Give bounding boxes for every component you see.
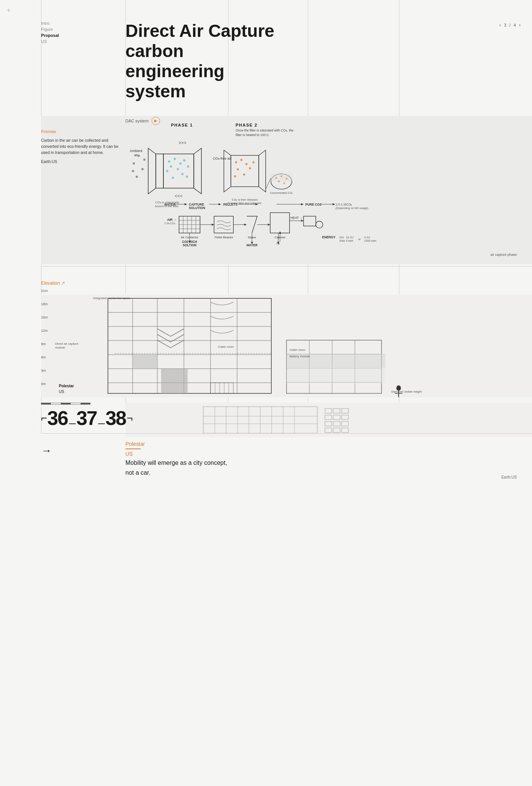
svg-marker-74 (212, 223, 214, 226)
svg-text:Cabin room: Cabin room (290, 348, 306, 352)
air-capture-label: air capture phase (490, 253, 517, 257)
svg-rect-172 (81, 403, 90, 404)
svg-text:NG: NG (340, 236, 344, 239)
page-current: 3 (504, 23, 506, 27)
svg-rect-157 (325, 409, 332, 413)
final-brand: Polestar US (125, 441, 145, 457)
svg-text:or: or (358, 238, 361, 241)
bracket-close-icon: ¬ (127, 412, 132, 424)
sidebar-item-figure[interactable]: Figure (41, 27, 59, 32)
svg-text:Battery module: Battery module (290, 355, 310, 358)
page-total: 4 (514, 23, 516, 27)
svg-point-28 (245, 163, 248, 165)
phase1-svg: >>> <<< Ambient air (125, 133, 232, 209)
svg-marker-47 (185, 203, 187, 206)
final-text-line1: Mobility will emerge as a city concept, (125, 458, 227, 468)
svg-text:Elec: Elec (340, 239, 345, 242)
svg-text:PURE CO2: PURE CO2 (305, 203, 321, 206)
page-separator: / (509, 23, 510, 27)
plus-icon[interactable]: + (7, 7, 10, 14)
svg-rect-35 (271, 174, 292, 181)
sidebar-item-us[interactable]: US (41, 39, 59, 44)
height-21m: 21m (41, 289, 48, 293)
svg-point-6 (177, 168, 179, 170)
svg-point-11 (172, 177, 174, 179)
svg-text:SOLTION: SOLTION (183, 243, 196, 247)
svg-rect-75 (214, 216, 233, 233)
next-page-button[interactable]: › (519, 22, 521, 28)
phase2-svg: Concentrated CO₂ CO₂ is then released fr… (220, 133, 304, 209)
svg-point-29 (237, 168, 239, 171)
svg-text:ENERGY: ENERGY (322, 235, 336, 239)
svg-point-14 (133, 162, 135, 165)
svg-marker-85 (301, 220, 303, 222)
svg-text:1.0t-CO₂: 1.0t-CO₂ (164, 222, 175, 225)
height-15m: 15m (41, 315, 48, 319)
final-brand-line (125, 448, 141, 449)
svg-text:(Depending on NG usage): (Depending on NG usage) (336, 206, 368, 210)
dac-label-text: DAC system (125, 119, 149, 123)
svg-rect-162 (342, 415, 348, 420)
svg-point-10 (181, 173, 184, 175)
svg-rect-158 (333, 409, 340, 413)
final-brand-name: Polestar (125, 441, 145, 447)
svg-text:0 kwh: 0 kwh (346, 239, 353, 242)
svg-text:1500 kwh: 1500 kwh (364, 239, 376, 242)
phase2-diagram: Concentrated CO₂ CO₂ is then released fr… (220, 133, 304, 209)
svg-point-36 (275, 177, 277, 179)
svg-point-18 (132, 170, 134, 172)
svg-marker-78 (244, 223, 247, 226)
svg-point-38 (286, 178, 288, 180)
sidebar-item-proposal[interactable]: Proposal (41, 33, 59, 38)
svg-point-8 (187, 165, 189, 168)
final-section-bg (41, 433, 532, 786)
phase-1-label: PHASE 1 (171, 123, 193, 127)
height-9m: 9m (41, 342, 46, 346)
svg-point-4 (179, 162, 182, 165)
page-title: Direct Air Capture carbon engineering sy… (125, 21, 285, 101)
earth-us-bottom: Earth:US (501, 475, 517, 479)
svg-point-16 (136, 176, 138, 178)
svg-rect-122 (211, 383, 233, 393)
bottom-numbers: ⌐ 36 _ 37 _ 38 ¬ (41, 407, 140, 429)
svg-text:AIR →: AIR → (167, 218, 177, 222)
svg-text:CO₂ is then released: CO₂ is then released (232, 198, 258, 201)
svg-point-17 (143, 158, 146, 161)
elevation-us-label: US (59, 390, 64, 394)
svg-rect-121 (133, 355, 157, 369)
phase-2-label: PHASE 2 (236, 123, 258, 127)
scale-bar-svg (41, 402, 90, 405)
dac-label: DAC system ▶ (125, 117, 285, 125)
svg-rect-165 (342, 422, 348, 426)
svg-point-3 (174, 158, 176, 160)
dac-circle-icon[interactable]: ▶ (152, 117, 160, 125)
arrow-right-icon[interactable]: → (41, 445, 52, 457)
svg-point-40 (283, 182, 285, 184)
page-counter: ‹ 3 / 4 › (499, 22, 521, 28)
final-brand-location: US (125, 451, 145, 457)
svg-rect-82 (270, 213, 290, 233)
main-title-area: Direct Air Capture carbon engineering sy… (125, 21, 285, 125)
svg-text:Ambient: Ambient (130, 149, 142, 153)
svg-point-7 (183, 159, 185, 162)
svg-text:Pellet Reactor: Pellet Reactor (215, 236, 234, 239)
svg-rect-167 (333, 428, 340, 433)
svg-text:Concentrated CO₂: Concentrated CO₂ (270, 191, 293, 195)
svg-point-37 (280, 175, 282, 177)
elevation-label: Elevation ↗ (41, 280, 65, 286)
svg-rect-160 (325, 415, 332, 420)
height-12m: 12m (41, 329, 48, 333)
prev-page-button[interactable]: ‹ (499, 22, 501, 28)
svg-rect-171 (61, 403, 71, 404)
elevation-drawing: Cabin room 2100 Cabin room Battery modul… (41, 295, 532, 397)
svg-rect-159 (342, 409, 348, 413)
elevation-arrow-icon: ↗ (61, 280, 65, 286)
svg-text:>>>: >>> (178, 140, 186, 146)
svg-rect-109 (108, 298, 271, 393)
svg-point-30 (249, 167, 251, 170)
height-3m: 3m (41, 369, 46, 372)
svg-marker-54 (255, 203, 258, 206)
sidebar-item-intro[interactable]: Intro (41, 21, 59, 25)
standard-height-label: Standard visible height (391, 390, 422, 394)
svg-text:air: air (134, 153, 138, 157)
